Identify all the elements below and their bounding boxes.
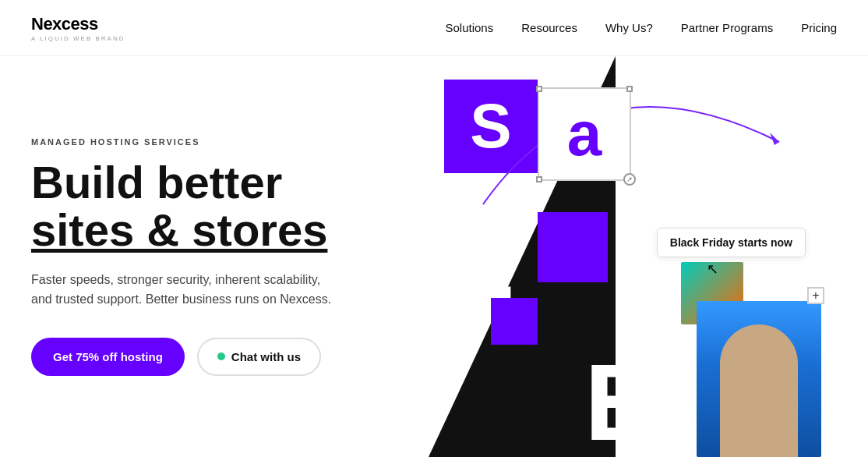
eyebrow-label: MANAGED HOSTING SERVICES bbox=[31, 137, 382, 147]
sale-letter-e: E bbox=[584, 348, 657, 457]
nav-partner-programs[interactable]: Partner Programs bbox=[681, 21, 773, 34]
headline: Build better sites & stores bbox=[31, 159, 382, 254]
resize-handle: ↗ bbox=[623, 173, 636, 186]
cta-chat-button[interactable]: Chat with us bbox=[197, 338, 321, 376]
sale-letter-l: L bbox=[452, 212, 513, 314]
nav-solutions[interactable]: Solutions bbox=[446, 21, 494, 34]
black-friday-tooltip: Black Friday starts now bbox=[657, 228, 806, 257]
sale-letter-a-box: a ↗ bbox=[538, 87, 631, 181]
site-header: Nexcess A LIQUID WEB BRAND Solutions Res… bbox=[0, 0, 868, 56]
main-content: MANAGED HOSTING SERVICES Build better si… bbox=[0, 56, 868, 457]
subheadline: Faster speeds, stronger security, inhere… bbox=[31, 270, 343, 310]
nav-resources[interactable]: Resources bbox=[521, 21, 577, 34]
person-silhouette bbox=[720, 324, 798, 457]
cta-primary-button[interactable]: Get 75% off hosting bbox=[31, 338, 185, 376]
sale-letter-a-container: a ↗ bbox=[538, 87, 631, 181]
logo[interactable]: Nexcess A LIQUID WEB BRAND bbox=[31, 14, 125, 42]
sale-letter-a: a bbox=[567, 98, 602, 170]
logo-text: Nexcess bbox=[31, 14, 125, 34]
plus-icon: + bbox=[807, 287, 824, 304]
headline-line1: Build better bbox=[31, 157, 282, 207]
cta-row: Get 75% off hosting Chat with us bbox=[31, 338, 382, 376]
headline-line2: sites & stores bbox=[31, 204, 327, 255]
cta-chat-label: Chat with us bbox=[231, 350, 301, 363]
hero-visual: S a ↗ L Black Friday starts now ↖ E bbox=[382, 56, 868, 457]
nav-why-us[interactable]: Why Us? bbox=[605, 21, 653, 34]
main-nav: Solutions Resources Why Us? Partner Prog… bbox=[446, 21, 838, 34]
arrow-decoration bbox=[475, 80, 787, 236]
cursor-icon: ↖ bbox=[707, 260, 718, 278]
nav-pricing[interactable]: Pricing bbox=[801, 21, 837, 34]
chat-status-dot bbox=[217, 352, 225, 360]
hero-left: MANAGED HOSTING SERVICES Build better si… bbox=[0, 56, 382, 457]
person-photo bbox=[697, 301, 821, 457]
logo-sub: A LIQUID WEB BRAND bbox=[31, 35, 125, 42]
